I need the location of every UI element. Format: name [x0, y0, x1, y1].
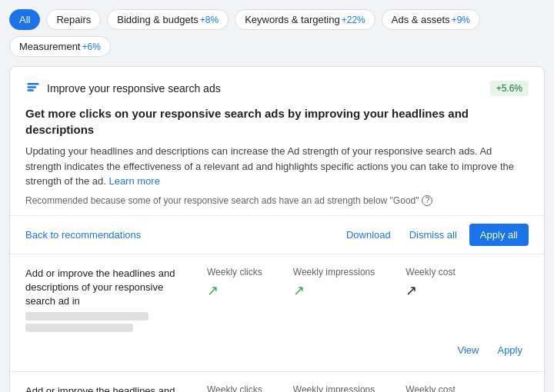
filter-label-ads: Ads & assets: [392, 14, 450, 25]
view-button-0[interactable]: View: [452, 341, 486, 359]
metrics-row: Weekly clicks ↗ Weekly impressions ↗ Wee…: [207, 267, 529, 299]
metric-item-1: Weekly impressions ↗: [293, 267, 375, 299]
back-link[interactable]: Back to recommendations: [25, 229, 141, 241]
metric-label-1: Weekly impressions: [293, 267, 375, 277]
metric-label-0: Weekly clicks: [207, 384, 262, 392]
metric-badge: +5.6%: [490, 81, 529, 96]
trend-icon-0: ↗: [207, 282, 262, 299]
learn-more-link[interactable]: Learn more: [108, 175, 159, 187]
recommendation-list: Add or improve the headlines and descrip…: [10, 254, 544, 393]
metric-item-2: Weekly cost ↗: [405, 384, 455, 392]
metric-label-0: Weekly clicks: [207, 267, 262, 277]
filter-chip-all[interactable]: All: [9, 9, 40, 30]
recommended-label: Recommended because some of your respons…: [25, 195, 419, 206]
trend-icon-2: ↗: [405, 282, 455, 299]
svg-rect-2: [28, 89, 34, 91]
rec-row: Add or improve the headlines and descrip…: [10, 254, 544, 373]
rec-content: Add or improve the headlines and descrip…: [25, 267, 529, 333]
blurred-line-2: [25, 324, 133, 332]
rec-row: Add or improve the headlines and descrip…: [10, 372, 544, 392]
rec-desc-text: Add or improve the headlines and descrip…: [25, 384, 195, 392]
apply-button-0[interactable]: Apply: [491, 341, 529, 359]
recommended-text: Recommended because some of your respons…: [25, 195, 529, 206]
svg-rect-0: [28, 83, 39, 85]
header-title: Improve your responsive search ads: [47, 82, 221, 95]
action-bar: Back to recommendations Download Dismiss…: [10, 216, 544, 254]
action-buttons: Download Dismiss all Apply all: [340, 224, 529, 246]
filter-chip-ads[interactable]: Ads & assets+9%: [382, 9, 480, 30]
metric-label-1: Weekly impressions: [293, 384, 375, 392]
metrics-row: Weekly clicks ↗ Weekly impressions ↗ Wee…: [207, 384, 529, 392]
description-body-text: Updating your headlines and descriptions…: [25, 145, 514, 187]
filter-label-keywords: Keywords & targeting: [245, 14, 340, 25]
trend-icon-1: ↗: [293, 282, 375, 299]
filter-chip-measurement[interactable]: Measurement+6%: [9, 36, 111, 57]
filter-bar: All Repairs Bidding & budgets+8% Keyword…: [9, 9, 545, 57]
header-left: Improve your responsive search ads: [25, 79, 221, 98]
filter-badge-measurement: +6%: [82, 42, 100, 52]
filter-chip-repairs[interactable]: Repairs: [46, 9, 101, 30]
filter-label-repairs: Repairs: [56, 14, 91, 25]
download-button[interactable]: Download: [340, 224, 397, 245]
description-body: Updating your headlines and descriptions…: [25, 144, 529, 189]
metric-item-0: Weekly clicks ↗: [207, 267, 262, 299]
rec-row-actions: View Apply: [25, 338, 529, 359]
dismiss-all-button[interactable]: Dismiss all: [403, 224, 463, 245]
filter-label-bidding: Bidding & budgets: [117, 14, 199, 25]
metric-item-0: Weekly clicks ↗: [207, 384, 262, 392]
info-icon[interactable]: ?: [422, 195, 432, 206]
filter-badge-keywords: +22%: [342, 15, 365, 25]
blurred-line-1: [25, 312, 149, 321]
filter-chip-bidding[interactable]: Bidding & budgets+8%: [107, 9, 229, 30]
filter-badge-ads: +9%: [452, 15, 470, 25]
description-title: Get more clicks on your responsive searc…: [25, 105, 529, 138]
rec-content: Add or improve the headlines and descrip…: [25, 384, 529, 392]
filter-badge-bidding: +8%: [200, 15, 219, 25]
rec-description: Add or improve the headlines and descrip…: [25, 267, 195, 333]
metric-label-2: Weekly cost: [405, 384, 455, 392]
metric-item-1: Weekly impressions ↗: [293, 384, 375, 392]
header-row: Improve your responsive search ads +5.6%: [25, 79, 529, 98]
header-section: Improve your responsive search ads +5.6%…: [10, 67, 544, 216]
rec-description: Add or improve the headlines and descrip…: [25, 384, 195, 392]
filter-label-measurement: Measurement: [19, 41, 80, 52]
metric-item-2: Weekly cost ↗: [405, 267, 455, 299]
svg-rect-1: [28, 86, 37, 88]
search-ads-icon: [25, 79, 41, 98]
metric-label-2: Weekly cost: [405, 267, 455, 277]
rec-desc-text: Add or improve the headlines and descrip…: [25, 267, 195, 309]
filter-chip-keywords[interactable]: Keywords & targeting+22%: [235, 9, 375, 30]
main-card: Improve your responsive search ads +5.6%…: [9, 66, 545, 392]
apply-all-button[interactable]: Apply all: [469, 224, 529, 246]
